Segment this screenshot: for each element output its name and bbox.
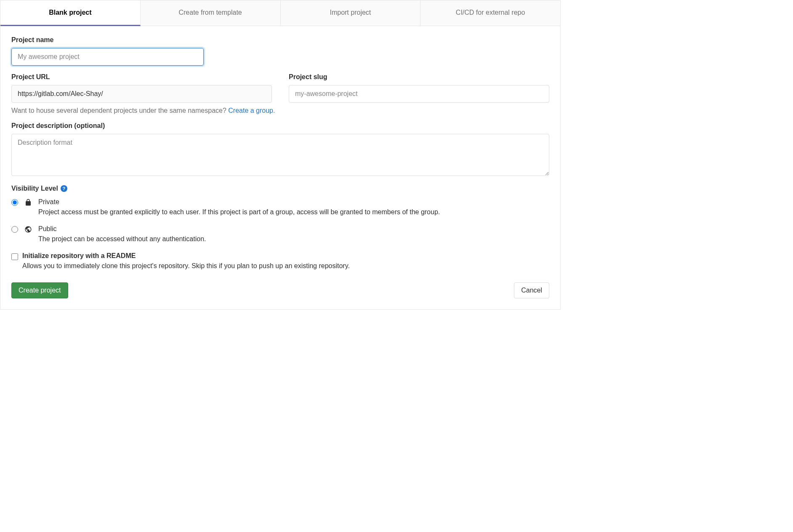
tab-cicd-external-repo[interactable]: CI/CD for external repo bbox=[420, 0, 560, 26]
namespace-help-text: Want to house several dependent projects… bbox=[11, 107, 549, 114]
project-url-label: Project URL bbox=[11, 73, 272, 81]
visibility-public-desc: The project can be accessed without any … bbox=[38, 235, 549, 243]
initialize-readme-title: Initialize repository with a README bbox=[22, 252, 549, 260]
initialize-readme-desc: Allows you to immediately clone this pro… bbox=[22, 262, 549, 270]
namespace-help-prefix: Want to house several dependent projects… bbox=[11, 107, 228, 114]
visibility-private-radio[interactable] bbox=[11, 199, 18, 206]
initialize-readme-checkbox[interactable] bbox=[11, 253, 18, 260]
visibility-public-radio[interactable] bbox=[11, 226, 18, 233]
tab-create-from-template[interactable]: Create from template bbox=[141, 0, 281, 26]
visibility-public-title: Public bbox=[38, 225, 549, 233]
visibility-private-title: Private bbox=[38, 198, 549, 206]
create-project-button[interactable]: Create project bbox=[11, 282, 68, 298]
project-description-label: Project description (optional) bbox=[11, 122, 549, 130]
lock-icon bbox=[24, 198, 32, 207]
visibility-level-label: Visibility Level bbox=[11, 185, 58, 192]
project-tabs: Blank project Create from template Impor… bbox=[0, 0, 560, 26]
create-group-link[interactable]: Create a group. bbox=[228, 107, 275, 114]
project-url-display[interactable]: https://gitlab.com/Alec-Shay/ bbox=[11, 85, 272, 103]
tab-blank-project[interactable]: Blank project bbox=[0, 0, 141, 26]
cancel-button[interactable]: Cancel bbox=[514, 282, 549, 298]
tab-import-project[interactable]: Import project bbox=[281, 0, 421, 26]
project-name-input[interactable] bbox=[11, 48, 204, 66]
visibility-private-desc: Project access must be granted explicitl… bbox=[38, 208, 549, 216]
project-description-input[interactable] bbox=[11, 134, 549, 176]
help-icon[interactable]: ? bbox=[61, 185, 67, 192]
globe-icon bbox=[24, 225, 32, 234]
project-name-label: Project name bbox=[11, 36, 549, 44]
project-slug-input[interactable] bbox=[289, 85, 549, 103]
project-slug-label: Project slug bbox=[289, 73, 549, 81]
